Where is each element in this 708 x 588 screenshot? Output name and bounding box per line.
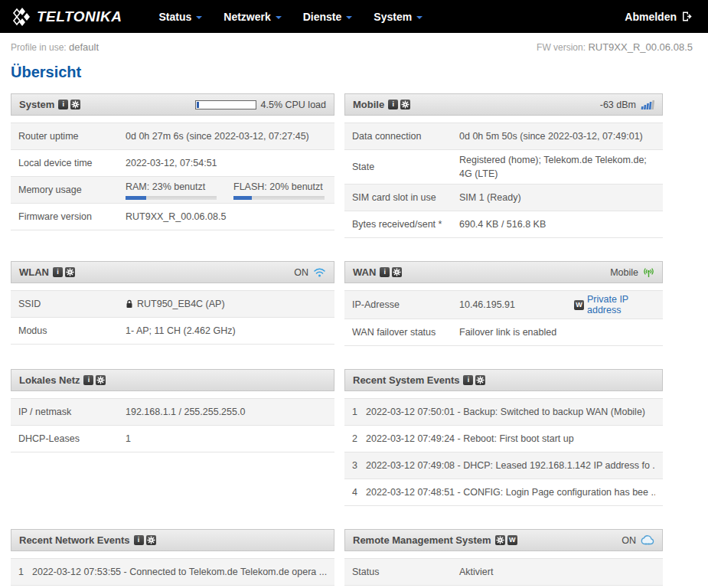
wan-panel: WAN i Mobile xyxy=(344,261,663,346)
top-navbar: TELTONIKA Status Netzwerk Dienste System… xyxy=(0,0,708,33)
cloud-icon xyxy=(641,535,654,545)
panels-grid: System i 4.5% CPU load Router uptime 0d … xyxy=(11,93,663,586)
chevron-down-icon xyxy=(416,16,423,19)
chevron-down-icon xyxy=(346,16,352,19)
recent-network-events-table: 1 2022-03-12 07:53:55 - Connected to Tel… xyxy=(11,558,334,586)
info-icon[interactable]: i xyxy=(58,100,68,109)
profile-in-use: Profile in use: default xyxy=(11,41,99,53)
flash-usage: FLASH: 20% benutzt xyxy=(233,180,325,199)
info-icon[interactable]: i xyxy=(463,375,473,385)
info-icon[interactable]: i xyxy=(134,535,144,545)
mobile-panel: Mobile i -63 dBm xyxy=(344,93,663,238)
table-row: State Registered (home); Telekom.de Tele… xyxy=(344,150,663,185)
wan-type-label: Mobile xyxy=(610,267,638,278)
nav-dienste[interactable]: Dienste xyxy=(292,11,364,23)
logout-label: Abmelden xyxy=(625,11,677,23)
ssid-row: SSID RUT950_EB4C (AP) xyxy=(11,291,334,318)
wiki-icon[interactable]: W xyxy=(574,300,584,310)
wlan-table: SSID RUT950_EB4C (AP) Modus 1- AP; 11 CH… xyxy=(11,290,334,345)
logout-button[interactable]: Abmelden xyxy=(625,11,693,23)
event-row: 1 2022-03-12 07:50:01 - Backup: Switched… xyxy=(344,399,663,426)
gear-icon[interactable] xyxy=(392,267,402,277)
system-panel: System i 4.5% CPU load Router uptime 0d … xyxy=(11,93,334,230)
local-network-title: Lokales Netz xyxy=(19,374,80,386)
teltonika-logo-icon xyxy=(11,7,34,27)
wlan-state-indicator: ON xyxy=(294,267,326,278)
wiki-icon[interactable]: W xyxy=(507,535,517,545)
nav-netzwerk-label: Netzwerk xyxy=(223,11,270,23)
event-text: 2022-03-12 07:49:24 - Reboot: First boot… xyxy=(366,433,574,444)
table-row: Router uptime 0d 0h 27m 6s (since 2022-0… xyxy=(11,123,334,150)
event-row: 1 2022-03-12 07:53:55 - Connected to Tel… xyxy=(11,559,334,586)
profile-value: default xyxy=(69,41,99,53)
row-label: DHCP-Leases xyxy=(18,433,126,444)
row-label: Status xyxy=(352,567,459,577)
row-value: 690.4 KB / 516.8 KB xyxy=(459,217,655,231)
event-number: 4 xyxy=(352,487,366,498)
remote-management-table: Status Aktiviert xyxy=(344,558,663,586)
system-title: System xyxy=(19,99,54,110)
wan-panel-header: WAN i Mobile xyxy=(344,261,663,283)
main-menu: Status Netzwerk Dienste System xyxy=(148,11,433,23)
event-text: 2022-03-12 07:49:08 - DHCP: Leased 192.1… xyxy=(366,460,655,471)
signal-strength-label: -63 dBm xyxy=(600,100,636,110)
row-value: 0d 0h 5m 50s (since 2022-03-12, 07:49:01… xyxy=(459,129,655,143)
row-label: IP-Adresse xyxy=(352,299,459,310)
nav-netzwerk[interactable]: Netzwerk xyxy=(213,11,292,23)
row-value: 2022-03-12, 07:54:51 xyxy=(126,156,327,170)
wifi-icon xyxy=(313,267,326,277)
gear-icon[interactable] xyxy=(495,535,505,545)
local-network-panel-header: Lokales Netz i xyxy=(11,369,334,391)
flash-usage-track xyxy=(233,196,325,200)
row-label: SSID xyxy=(18,299,126,309)
mobile-table: Data connection 0d 0h 5m 50s (since 2022… xyxy=(344,122,663,238)
wan-type-indicator: Mobile xyxy=(610,267,654,278)
table-row: DHCP-Leases 1 xyxy=(11,426,334,452)
private-ip-info: W Private IP address xyxy=(574,294,655,315)
event-number: 2 xyxy=(352,433,366,444)
recent-system-events-header: Recent System Events i xyxy=(344,369,663,391)
table-row: Firmware version RUT9XX_R_00.06.08.5 xyxy=(11,204,334,230)
info-icon[interactable]: i xyxy=(388,100,398,109)
info-bar: Profile in use: default FW version: RUT9… xyxy=(0,33,708,57)
logout-icon xyxy=(681,11,693,22)
private-ip-link[interactable]: Private IP address xyxy=(587,294,655,315)
memory-usage-row: Memory usage RAM: 23% benutzt FLASH: 20%… xyxy=(11,177,334,204)
rms-state-indicator: ON xyxy=(622,535,654,546)
ram-usage-label: RAM: 23% benutzt xyxy=(126,180,217,194)
flash-usage-fill xyxy=(233,196,252,200)
status-row: Status Aktiviert xyxy=(344,559,663,586)
gear-icon[interactable] xyxy=(146,535,156,545)
gear-icon[interactable] xyxy=(96,375,106,385)
gear-icon[interactable] xyxy=(475,375,485,385)
mobile-title: Mobile xyxy=(353,99,384,110)
chevron-down-icon xyxy=(276,16,282,19)
row-label: Bytes received/sent * xyxy=(352,219,459,230)
nav-dienste-label: Dienste xyxy=(303,11,342,23)
gear-icon[interactable] xyxy=(65,267,75,277)
recent-network-events-panel: Recent Network Events i 1 2022-03-12 07:… xyxy=(11,529,334,586)
table-row: Bytes received/sent * 690.4 KB / 516.8 K… xyxy=(344,211,663,238)
row-label: SIM card slot in use xyxy=(352,192,459,203)
gear-icon[interactable] xyxy=(400,100,410,109)
row-value: Aktiviert xyxy=(459,565,655,579)
nav-system[interactable]: System xyxy=(363,11,433,23)
gear-icon[interactable] xyxy=(70,100,80,109)
info-icon[interactable]: i xyxy=(83,375,93,385)
teltonika-logo[interactable]: TELTONIKA xyxy=(11,7,122,27)
event-text: 2022-03-12 07:50:01 - Backup: Switched t… xyxy=(366,407,645,417)
lock-icon xyxy=(126,299,133,309)
recent-network-events-title: Recent Network Events xyxy=(19,534,130,546)
nav-status[interactable]: Status xyxy=(148,11,213,23)
row-value: Registered (home); Telekom.de Telekom.de… xyxy=(459,153,655,181)
fw-label: FW version: xyxy=(537,42,586,53)
info-icon[interactable]: i xyxy=(380,267,390,277)
fw-value: RUT9XX_R_00.06.08.5 xyxy=(588,41,693,53)
failover-row: WAN failover status Failover link is ena… xyxy=(344,319,663,346)
event-row: 4 2022-03-12 07:48:51 - CONFIG: Login Pa… xyxy=(344,479,663,506)
row-value: SIM 1 (Ready) xyxy=(459,191,655,204)
row-value: 0d 0h 27m 6s (since 2022-03-12, 07:27:45… xyxy=(126,129,327,143)
mobile-panel-header: Mobile i -63 dBm xyxy=(344,93,663,116)
wan-table: IP-Adresse 10.46.195.91 W Private IP add… xyxy=(344,290,663,346)
info-icon[interactable]: i xyxy=(53,267,63,277)
